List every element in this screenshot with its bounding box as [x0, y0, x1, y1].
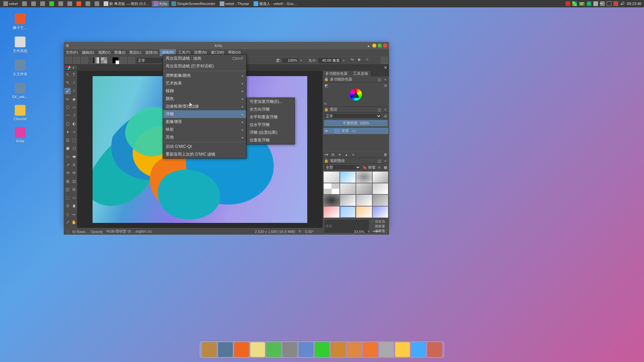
tool-button[interactable]: ⊞ [64, 178, 71, 184]
brush-preset[interactable] [356, 171, 372, 183]
fgbg-icon[interactable] [112, 57, 119, 64]
close-icon[interactable]: × [383, 159, 388, 163]
tool-button[interactable]: ⟲ [64, 170, 71, 176]
notify-icon[interactable]: ━ [600, 1, 605, 6]
dock-item[interactable] [363, 342, 378, 357]
minimize-icon[interactable]: ▴ [368, 44, 370, 48]
menu-entry[interactable]: 映射▸ [163, 126, 246, 133]
selection-icon[interactable]: ⬚ [66, 229, 69, 234]
tool-button[interactable]: ◫ [64, 186, 71, 193]
tool-button[interactable]: / [71, 79, 77, 86]
mirror-v-icon[interactable]: ▶ [358, 57, 364, 63]
tool-button[interactable]: ⧉ [71, 186, 77, 193]
tool-button[interactable]: ⬡ [64, 104, 71, 111]
tab-color-picker[interactable]: 多功能拾色器 [323, 71, 351, 76]
brush-preset[interactable] [340, 206, 356, 218]
layer-name[interactable]: 背景 [341, 128, 349, 133]
tab-tool-options[interactable]: 工具选项 [351, 71, 371, 76]
open-icon[interactable] [73, 57, 80, 64]
tray-icon[interactable] [572, 1, 577, 6]
tool-button[interactable]: ◐ [71, 121, 77, 127]
float-icon[interactable]: ◫ [377, 159, 382, 163]
tool-button[interactable]: ⬭ [64, 154, 71, 160]
tool-button[interactable]: ⊙ [64, 203, 71, 209]
tool-button[interactable]: ▱ [71, 104, 77, 111]
menu-entry[interactable]: 模糊▸ [163, 87, 246, 95]
tool-button[interactable]: A [71, 162, 77, 168]
taskbar-item[interactable]: SimpleScreenRecorder [169, 1, 217, 7]
desktop-item[interactable]: 狮子王… [7, 13, 34, 31]
desktop-item[interactable]: SX_vek… [7, 83, 34, 99]
dock-item[interactable] [347, 342, 362, 357]
close-icon[interactable]: × [383, 107, 388, 112]
float-icon[interactable]: ◫ [377, 107, 382, 112]
view-grid-icon[interactable]: ▦ [383, 165, 388, 170]
layer-thumbnail[interactable] [334, 129, 340, 133]
menu-item[interactable]: 图层(L) [127, 49, 143, 56]
dock-item[interactable] [331, 342, 345, 357]
menu-entry[interactable]: 其他▸ [163, 133, 246, 141]
tool-button[interactable]: ⬮ [71, 203, 77, 209]
layer-opacity-slider[interactable]: 不透明度: 100% [324, 120, 388, 126]
menu-entry[interactable]: 仅水平浮雕 [247, 121, 294, 129]
tool-button[interactable]: 🖌 [64, 88, 71, 94]
dock-item[interactable] [379, 342, 394, 357]
tool-button[interactable]: ⬯ [64, 211, 71, 217]
tool-button[interactable]: ⬢ [64, 145, 71, 152]
status-zoom[interactable]: 33.6% [354, 230, 364, 234]
lock-icon[interactable]: 🔒 [324, 107, 329, 112]
layer-props-icon[interactable]: ▫◇ [352, 129, 356, 133]
tool-button[interactable]: T [71, 71, 77, 78]
tool-button[interactable]: / [71, 88, 77, 94]
taskbar-item[interactable] [74, 1, 83, 7]
close-button[interactable] [383, 44, 387, 48]
taskbar-item[interactable] [47, 1, 56, 7]
pattern-icon[interactable] [101, 57, 107, 64]
menu-item[interactable]: 编辑(E) [80, 49, 96, 56]
wifi-icon[interactable] [587, 1, 591, 6]
document-tab[interactable]: × [64, 65, 77, 70]
taskbar-item[interactable] [56, 1, 65, 7]
save-icon[interactable] [81, 57, 88, 64]
brush-preset[interactable] [323, 194, 340, 206]
brush-preset[interactable] [323, 206, 340, 218]
dock-item[interactable] [411, 342, 426, 357]
menu-entry[interactable]: 浮雕 (拉普拉斯) [247, 129, 294, 136]
taskbar-item[interactable] [20, 1, 29, 7]
gradient-icon[interactable] [93, 57, 99, 64]
menu-entry[interactable]: 再次应用滤镜 (打开对话框) [163, 62, 246, 70]
menu-entry[interactable]: 艺术效果▸ [163, 79, 246, 87]
tool-button[interactable]: ✎ [64, 79, 71, 86]
menu-entry[interactable]: 水平和垂直浮雕 [247, 113, 294, 121]
tab-close-icon[interactable]: × [72, 66, 74, 70]
blend-prev-icon[interactable]: ⊘ [383, 114, 388, 118]
layer-blend-select[interactable]: 正常 [324, 113, 382, 119]
menu-item[interactable]: 视图(V) [96, 49, 113, 56]
brush-preset[interactable] [323, 183, 340, 195]
brush-preset[interactable] [356, 194, 372, 206]
brush-preset[interactable] [340, 171, 356, 183]
menu-item[interactable]: 选择(S) [143, 49, 160, 56]
zoom-slider-icon[interactable]: ━●━ [373, 229, 380, 234]
taskbar-item[interactable]: 默 粤语版 — 惟韵 (5:2… [102, 1, 151, 7]
tool-button[interactable]: ⊡ [64, 137, 71, 143]
visibility-icon[interactable]: 👁 [325, 129, 328, 133]
tool-button[interactable]: ⊡ [71, 178, 77, 184]
move-down-icon[interactable]: ▾ [337, 152, 342, 157]
tool-button[interactable]: ⬡ [71, 145, 77, 152]
refresh-icon[interactable]: ↻ [324, 102, 327, 106]
tool-button[interactable]: 〰 [64, 112, 71, 119]
delete-layer-icon[interactable]: 🗑 [383, 152, 388, 157]
taskbar-item[interactable]: 微器人 - veket! - Goo… [252, 1, 300, 7]
brush-preset[interactable] [372, 206, 389, 218]
view-list-icon[interactable]: ≡ [377, 165, 382, 170]
fullscreen-icon[interactable]: ⛶ [383, 230, 387, 234]
taskbar-item[interactable] [84, 1, 92, 7]
menu-entry[interactable]: 颜色▸ [163, 95, 246, 103]
tool-button[interactable]: ◆ [71, 96, 77, 102]
tool-button[interactable]: ⤴ [71, 112, 77, 119]
menu-item[interactable]: 图像(I) [112, 49, 127, 56]
checkbox-icon[interactable]: ✓ [330, 129, 333, 133]
lock-icon[interactable]: 🔒 [324, 77, 329, 81]
menu-entry[interactable]: 可变深度浮雕(E)... [247, 98, 294, 106]
